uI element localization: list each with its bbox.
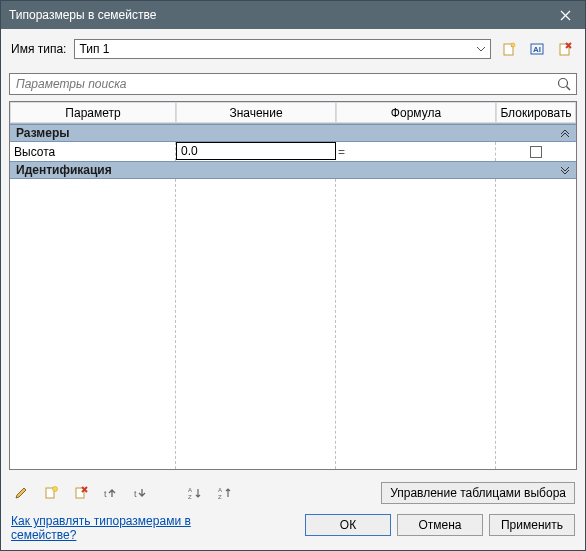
svg-text:AI: AI: [533, 45, 541, 54]
pencil-icon: [13, 485, 29, 501]
search-icon: [556, 76, 572, 92]
svg-text:Z: Z: [188, 494, 192, 500]
svg-point-12: [53, 487, 58, 492]
type-name-select[interactable]: Тип 1: [74, 39, 491, 59]
table-row: Высота 0.0: [10, 142, 576, 161]
table-header: Параметр Значение Формула Блокировать: [10, 102, 576, 124]
parameters-table: Параметр Значение Формула Блокировать Ра…: [9, 101, 577, 470]
type-name-value: Тип 1: [79, 42, 109, 56]
move-up-icon: t: [103, 485, 119, 501]
titlebar: Типоразмеры в семействе: [1, 1, 585, 29]
svg-text:t: t: [134, 489, 137, 499]
close-icon: [560, 10, 571, 21]
move-down-button[interactable]: t: [131, 483, 151, 503]
svg-point-3: [511, 43, 515, 47]
svg-text:A: A: [188, 487, 192, 493]
sort-asc-button[interactable]: A Z: [185, 483, 205, 503]
delete-type-button[interactable]: [555, 39, 575, 59]
type-name-label: Имя типа:: [11, 42, 66, 56]
apply-button[interactable]: Применить: [489, 514, 575, 536]
col-header-value[interactable]: Значение: [176, 102, 336, 123]
svg-text:A: A: [218, 487, 222, 493]
search-box[interactable]: [9, 73, 577, 95]
delete-param-icon: [73, 485, 89, 501]
ok-button[interactable]: ОК: [305, 514, 391, 536]
search-input[interactable]: [14, 76, 556, 92]
svg-text:t: t: [104, 489, 107, 499]
param-lock-cell[interactable]: [496, 142, 576, 161]
param-value: 0.0: [181, 144, 198, 158]
new-type-icon: [501, 41, 517, 57]
sort-desc-button[interactable]: A Z: [215, 483, 235, 503]
svg-rect-13: [76, 488, 84, 498]
window-title: Типоразмеры в семействе: [9, 8, 545, 22]
param-value-cell[interactable]: 0.0: [176, 142, 336, 160]
group-row-sizes[interactable]: Размеры: [10, 124, 576, 142]
move-up-button[interactable]: t: [101, 483, 121, 503]
param-name-cell[interactable]: Высота: [10, 142, 176, 161]
expand-icon: [560, 166, 570, 174]
param-formula-cell[interactable]: [336, 142, 496, 161]
move-down-icon: t: [133, 485, 149, 501]
group-label: Идентификация: [16, 163, 112, 177]
rename-type-icon: AI: [529, 41, 545, 57]
sort-asc-icon: A Z: [187, 485, 203, 501]
col-header-formula[interactable]: Формула: [336, 102, 496, 123]
table-empty-area: [10, 179, 576, 469]
chevron-down-icon: [476, 40, 486, 58]
group-row-identification[interactable]: Идентификация: [10, 161, 576, 179]
new-type-button[interactable]: [499, 39, 519, 59]
col-header-parameter[interactable]: Параметр: [10, 102, 176, 123]
rename-type-button[interactable]: AI: [527, 39, 547, 59]
group-label: Размеры: [16, 126, 69, 140]
collapse-icon: [560, 129, 570, 137]
add-param-button[interactable]: [41, 483, 61, 503]
help-link[interactable]: Как управлять типоразмерами в семействе?: [11, 514, 211, 542]
lock-checkbox[interactable]: [530, 146, 542, 158]
add-param-icon: [43, 485, 59, 501]
cancel-button[interactable]: Отмена: [397, 514, 483, 536]
close-button[interactable]: [545, 1, 585, 29]
manage-lookup-tables-button[interactable]: Управление таблицами выбора: [381, 482, 575, 504]
svg-text:Z: Z: [218, 494, 222, 500]
col-header-lock[interactable]: Блокировать: [496, 102, 576, 123]
delete-type-icon: [557, 41, 573, 57]
delete-param-button[interactable]: [71, 483, 91, 503]
edit-button[interactable]: [11, 483, 31, 503]
svg-point-9: [559, 79, 568, 88]
sort-desc-icon: A Z: [217, 485, 233, 501]
svg-line-10: [567, 87, 571, 91]
